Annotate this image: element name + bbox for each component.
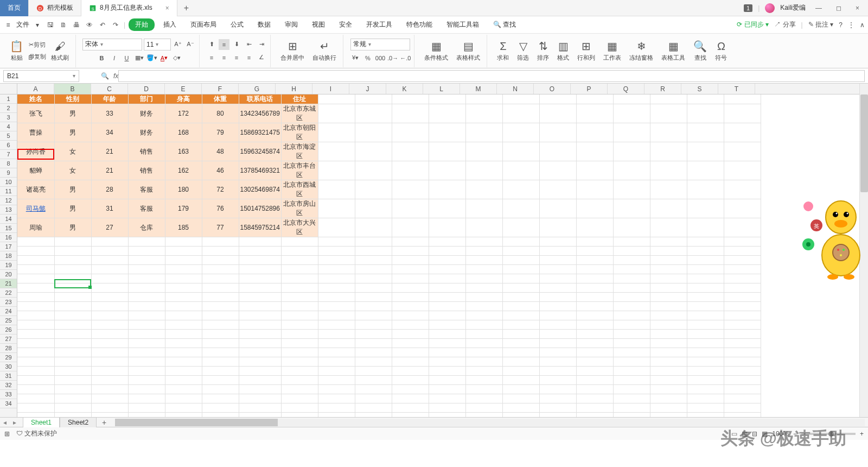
cell[interactable] [502,94,539,104]
cell[interactable] [502,330,539,339]
cell[interactable] [576,199,613,218]
cell[interactable] [128,339,165,348]
cell[interactable] [429,123,465,142]
align-justify-icon[interactable]: ≡ [244,52,254,63]
cell[interactable] [429,376,465,385]
cell[interactable] [17,357,54,367]
cell[interactable] [539,94,576,104]
cell[interactable] [576,339,613,348]
row-header-10[interactable]: 10 [0,178,17,187]
cell[interactable] [650,104,687,123]
cell[interactable] [318,104,355,123]
cell[interactable] [724,237,761,247]
cell[interactable] [392,394,429,403]
cell[interactable] [128,348,165,357]
cell[interactable] [355,394,392,403]
cell[interactable] [202,413,239,418]
cell[interactable]: 诸葛亮 [17,180,54,199]
cell[interactable] [465,339,502,348]
cell[interactable] [465,265,502,274]
cell[interactable] [281,394,318,403]
cell[interactable] [355,403,392,413]
decrease-decimal-icon[interactable]: ←.0 [400,53,411,64]
cell[interactable] [165,302,202,311]
cell[interactable]: 76 [202,199,239,218]
cell[interactable]: 姓名 [17,94,54,104]
cell[interactable] [576,104,613,123]
cell[interactable] [613,311,650,320]
cell[interactable] [465,367,502,376]
cell[interactable] [539,237,576,247]
indent-decrease-icon[interactable]: ⇤ [244,39,254,50]
cell[interactable] [576,256,613,265]
cell[interactable] [465,199,502,218]
number-format-combo[interactable]: 常规▾ [350,39,410,51]
cell[interactable] [613,385,650,394]
cell[interactable] [165,376,202,385]
cell[interactable]: 男 [54,104,91,123]
cell[interactable] [724,413,761,418]
cell[interactable] [239,330,281,339]
col-header-O[interactable]: O [534,84,571,94]
cell[interactable] [576,123,613,142]
comment-button[interactable]: ✎ 批注 ▾ [808,20,834,29]
col-header-J[interactable]: J [349,84,386,94]
cell[interactable] [650,161,687,180]
cell[interactable]: 联系电话 [239,94,281,104]
cell[interactable] [17,330,54,339]
cell[interactable] [392,161,429,180]
cell[interactable] [355,376,392,385]
cell[interactable] [724,123,761,142]
cell[interactable] [613,357,650,367]
cell[interactable] [392,265,429,274]
cell[interactable] [429,237,465,247]
cell[interactable] [465,161,502,180]
cell[interactable] [165,320,202,330]
cell[interactable] [687,142,724,161]
cell[interactable]: 72 [202,180,239,199]
cell[interactable] [650,348,687,357]
cell[interactable] [128,237,165,247]
fx-icon[interactable]: fx [113,72,118,80]
cell[interactable] [724,274,761,283]
cell[interactable] [650,311,687,320]
cell[interactable] [202,274,239,283]
cell[interactable] [318,320,355,330]
cell[interactable] [128,385,165,394]
row-header-20[interactable]: 20 [0,270,17,279]
cell[interactable] [539,376,576,385]
cell[interactable] [724,302,761,311]
cell[interactable] [318,94,355,104]
cell[interactable] [576,94,613,104]
cell[interactable] [202,394,239,403]
cell[interactable] [91,367,128,376]
fx-search-icon[interactable]: 🔍 [101,72,109,80]
row-header-26[interactable]: 26 [0,325,17,335]
cell[interactable] [355,237,392,247]
cell[interactable] [54,283,91,293]
cell[interactable] [613,376,650,385]
cell[interactable]: 北京市丰台区 [281,161,318,180]
cell[interactable] [650,142,687,161]
cell[interactable] [202,330,239,339]
tab-file[interactable]: S 8月员工信息表.xls × [81,0,177,16]
cell[interactable]: 15869321475 [239,123,281,142]
cell[interactable] [54,348,91,357]
cell[interactable] [650,247,687,256]
col-header-R[interactable]: R [644,84,681,94]
cell[interactable] [202,302,239,311]
col-header-G[interactable]: G [239,84,276,94]
cell[interactable] [54,403,91,413]
cell[interactable] [687,385,724,394]
align-bottom-icon[interactable]: ⬇ [231,39,242,50]
vertical-scrollbar[interactable] [859,84,868,417]
cell[interactable] [539,385,576,394]
cell[interactable] [429,339,465,348]
cell[interactable]: 曹操 [17,123,54,142]
font-size-combo[interactable]: 11▾ [144,39,171,51]
print-icon[interactable]: 🖶 [72,20,81,30]
cell[interactable] [91,413,128,418]
cell[interactable] [465,348,502,357]
cell[interactable] [281,339,318,348]
cell[interactable]: 司马懿 [17,199,54,218]
